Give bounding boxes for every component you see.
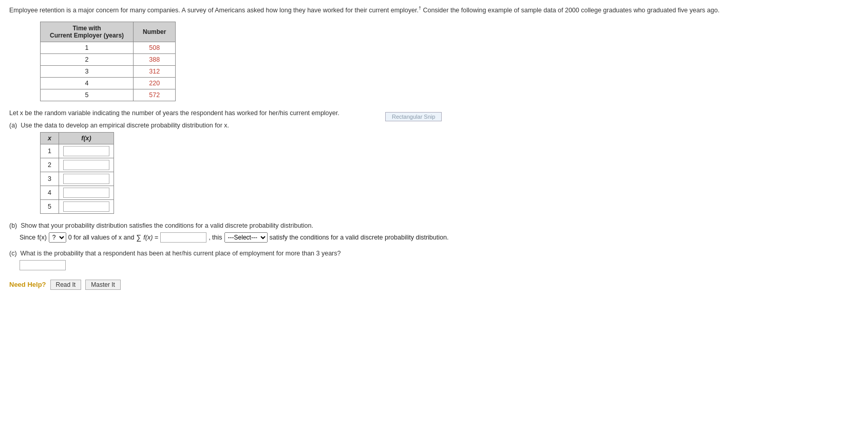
part-b-id: (b) <box>9 222 17 229</box>
need-help-label: Need Help? <box>9 281 46 288</box>
data-number-cell: 388 <box>134 53 176 65</box>
part-a-label: (a) Use the data to develop an empirical… <box>9 122 859 129</box>
prob-table-row: 1 <box>41 144 114 158</box>
data-years-cell: 1 <box>41 42 134 53</box>
part-b-text: Show that your probability distribution … <box>21 222 313 229</box>
part-c-answer-input[interactable] <box>20 260 66 270</box>
prob-fx-cell <box>59 186 114 199</box>
prob-col2-header: f(x) <box>59 132 114 144</box>
prob-fx-cell <box>59 158 114 172</box>
data-years-cell: 5 <box>41 89 134 101</box>
comma-text: , this <box>209 234 222 241</box>
part-c-text: What is the probability that a responden… <box>21 250 341 257</box>
data-table: Time with Current Employer (years) Numbe… <box>40 22 176 101</box>
prob-col1-header: x <box>41 132 59 144</box>
col1-header-line2: Current Employer (years) <box>50 32 124 39</box>
col2-header: Number <box>134 22 176 42</box>
prob-table-row: 4 <box>41 186 114 199</box>
prob-fx-input[interactable] <box>63 174 109 184</box>
sigma-fx-input[interactable] <box>160 232 206 243</box>
need-help-section: Need Help? Read It Master It <box>9 280 859 290</box>
intro-text: Employee retention is a major concern fo… <box>9 5 859 15</box>
prob-fx-input[interactable] <box>63 146 109 156</box>
zero-text: 0 for all values of x and <box>68 234 135 241</box>
part-c-input-wrapper <box>20 260 859 270</box>
variable-def: Let x be the random variable indicating … <box>9 109 859 117</box>
satisfy-text: satisfy the conditions for a valid discr… <box>270 234 449 241</box>
part-c-id: (c) <box>9 250 17 257</box>
part-c-label: (c) What is the probability that a respo… <box>9 250 859 257</box>
prob-fx-input[interactable] <box>63 201 109 212</box>
prob-fx-input[interactable] <box>63 160 109 170</box>
prob-x-cell: 5 <box>41 199 59 213</box>
part-b-section: (b) Show that your probability distribut… <box>9 222 859 243</box>
part-a-section: (a) Use the data to develop an empirical… <box>9 122 859 214</box>
since-text: Since f(x) <box>20 234 47 241</box>
part-a-text: Use the data to develop an empirical dis… <box>21 122 229 129</box>
sigma-symbol: ∑ <box>136 233 141 242</box>
sigma-text: f(x) = <box>143 234 158 241</box>
intro-text-main: Employee retention is a major concern fo… <box>9 7 419 14</box>
prob-fx-cell <box>59 199 114 213</box>
data-number-cell: 508 <box>134 42 176 53</box>
prob-x-cell: 1 <box>41 144 59 158</box>
part-b-label: (b) Show that your probability distribut… <box>9 222 859 229</box>
read-it-button[interactable]: Read It <box>50 280 82 290</box>
prob-fx-cell <box>59 144 114 158</box>
prob-x-cell: 4 <box>41 186 59 199</box>
fx-comparison-dropdown[interactable]: ?≥≤><= <box>49 232 66 243</box>
prob-table-row: 5 <box>41 199 114 213</box>
master-it-button[interactable]: Master It <box>85 280 121 290</box>
satisfies-dropdown[interactable]: ---Select---doesdoes not <box>224 232 268 243</box>
part-a-id: (a) <box>9 122 17 129</box>
part-b-line: Since f(x) ?≥≤><= 0 for all values of x … <box>20 232 859 243</box>
data-years-cell: 4 <box>41 77 134 89</box>
data-number-cell: 572 <box>134 89 176 101</box>
prob-table-row: 3 <box>41 172 114 186</box>
prob-x-cell: 2 <box>41 158 59 172</box>
data-number-cell: 220 <box>134 77 176 89</box>
prob-x-cell: 3 <box>41 172 59 186</box>
prob-table: x f(x) 12345 <box>40 132 114 214</box>
prob-fx-input[interactable] <box>63 188 109 198</box>
prob-table-row: 2 <box>41 158 114 172</box>
data-number-cell: 312 <box>134 65 176 77</box>
part-c-section: (c) What is the probability that a respo… <box>9 250 859 270</box>
data-years-cell: 2 <box>41 53 134 65</box>
col1-header-line1: Time with <box>72 25 101 32</box>
col1-header: Time with Current Employer (years) <box>41 22 134 42</box>
intro-text-continuation: Consider the following example of sample… <box>421 7 720 14</box>
prob-fx-cell <box>59 172 114 186</box>
data-years-cell: 3 <box>41 65 134 77</box>
